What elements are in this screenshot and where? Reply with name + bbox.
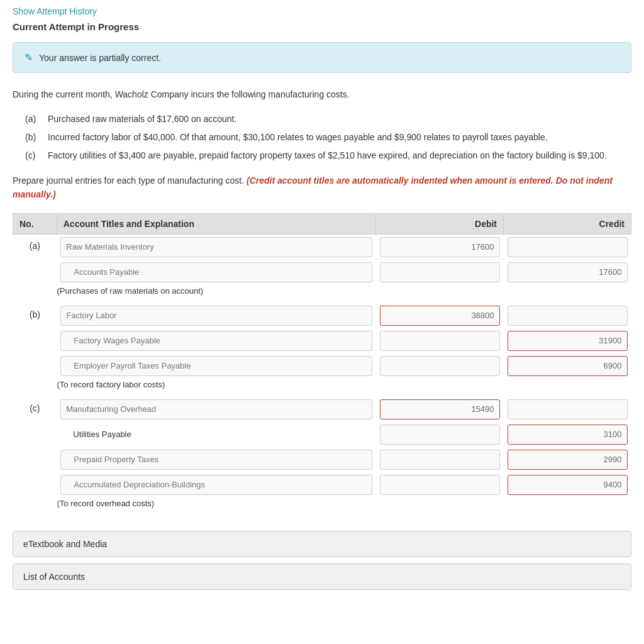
credit-input[interactable] <box>508 475 628 495</box>
problem-intro: During the current month, Wacholz Compan… <box>13 88 631 101</box>
debit-cell <box>376 328 504 353</box>
item-text-c: Factory utilities of $3,400 are payable,… <box>48 149 607 162</box>
credit-input[interactable] <box>508 356 628 376</box>
account-cell <box>57 472 375 497</box>
table-row <box>13 353 631 379</box>
section-label: (b) <box>13 303 57 328</box>
debit-input[interactable] <box>380 262 500 282</box>
debit-cell <box>376 472 504 497</box>
partial-correct-banner: ✎ Your answer is partially correct. <box>13 42 631 73</box>
item-label-a: (a) <box>25 113 48 126</box>
col-header-debit: Debit <box>376 213 504 234</box>
table-row: (b) <box>13 303 631 328</box>
item-text-b: Incurred factory labor of $40,000. Of th… <box>48 131 548 144</box>
list-item: (c) Factory utilities of $3,400 are paya… <box>25 149 631 162</box>
account-input[interactable] <box>60 237 372 257</box>
current-attempt-heading: Current Attempt in Progress <box>13 21 631 32</box>
section-label: (c) <box>13 397 57 422</box>
table-row <box>13 328 631 353</box>
table-row <box>13 260 631 285</box>
note-row: (To record factory labor costs) <box>13 379 631 397</box>
credit-cell <box>504 328 631 353</box>
account-cell <box>57 397 375 422</box>
debit-input[interactable] <box>380 306 500 326</box>
problem-list: (a) Purchased raw materials of $17,600 o… <box>25 113 631 162</box>
section-label: (a) <box>13 234 57 260</box>
show-attempt-history-link[interactable]: Show Attempt History <box>13 6 97 16</box>
list-item: (a) Purchased raw materials of $17,600 o… <box>25 113 631 126</box>
debit-cell <box>376 260 504 285</box>
section-label <box>13 422 57 447</box>
account-cell <box>57 234 375 260</box>
account-input-credit[interactable] <box>60 475 372 495</box>
instructions: Prepare journal entries for each type of… <box>13 174 631 202</box>
note-text: (To record factory labor costs) <box>13 379 631 397</box>
debit-input[interactable] <box>380 399 500 419</box>
credit-input[interactable] <box>508 399 628 419</box>
credit-input[interactable] <box>508 331 628 351</box>
note-row: (Purchases of raw materials on account) <box>13 285 631 303</box>
table-row: (a) <box>13 234 631 260</box>
etextbook-header: eTextbook and Media <box>13 531 631 557</box>
col-header-no: No. <box>13 213 57 234</box>
account-input-credit[interactable] <box>60 262 372 282</box>
account-cell <box>57 447 375 472</box>
account-input-credit[interactable] <box>60 450 372 470</box>
section-label <box>13 328 57 353</box>
debit-input[interactable] <box>380 331 500 351</box>
table-row: (c) <box>13 397 631 422</box>
col-header-credit: Credit <box>504 213 631 234</box>
credit-cell <box>504 422 631 447</box>
credit-cell <box>504 353 631 379</box>
credit-cell <box>504 447 631 472</box>
debit-input[interactable] <box>380 237 500 257</box>
debit-cell <box>376 397 504 422</box>
debit-cell <box>376 353 504 379</box>
credit-input[interactable] <box>508 262 628 282</box>
account-input-credit[interactable] <box>60 331 372 351</box>
account-cell <box>57 260 375 285</box>
etextbook-section[interactable]: eTextbook and Media <box>13 531 631 557</box>
table-row: Utilities Payable <box>13 422 631 447</box>
credit-cell <box>504 472 631 497</box>
debit-input[interactable] <box>380 356 500 376</box>
account-input[interactable] <box>60 306 372 326</box>
account-cell <box>57 353 375 379</box>
banner-message: Your answer is partially correct. <box>39 53 161 63</box>
credit-cell <box>504 260 631 285</box>
table-row <box>13 472 631 497</box>
section-label <box>13 447 57 472</box>
credit-input[interactable] <box>508 237 628 257</box>
item-text-a: Purchased raw materials of $17,600 on ac… <box>48 113 236 126</box>
account-cell: Utilities Payable <box>57 422 375 447</box>
credit-input[interactable] <box>508 306 628 326</box>
credit-input[interactable] <box>508 425 628 445</box>
debit-input[interactable] <box>380 425 500 445</box>
account-input-credit[interactable] <box>60 356 372 376</box>
debit-cell <box>376 422 504 447</box>
list-of-accounts-section[interactable]: List of Accounts <box>13 564 631 590</box>
debit-input[interactable] <box>380 475 500 495</box>
credit-input[interactable] <box>508 450 628 470</box>
section-label <box>13 472 57 497</box>
col-header-account: Account Titles and Explanation <box>57 213 375 234</box>
debit-cell <box>376 234 504 260</box>
account-input[interactable] <box>60 399 372 419</box>
credit-cell <box>504 234 631 260</box>
credit-cell <box>504 397 631 422</box>
list-item: (b) Incurred factory labor of $40,000. O… <box>25 131 631 144</box>
journal-table: No. Account Titles and Explanation Debit… <box>13 213 631 516</box>
item-label-b: (b) <box>25 131 48 144</box>
utilities-payable-text: Utilities Payable <box>60 425 372 445</box>
account-cell <box>57 328 375 353</box>
note-text: (Purchases of raw materials on account) <box>13 285 631 303</box>
note-row: (To record overhead costs) <box>13 497 631 516</box>
item-label-c: (c) <box>25 149 48 162</box>
list-of-accounts-header: List of Accounts <box>13 564 631 589</box>
credit-cell <box>504 303 631 328</box>
table-row <box>13 447 631 472</box>
pencil-icon: ✎ <box>25 52 33 64</box>
debit-input[interactable] <box>380 450 500 470</box>
debit-cell <box>376 447 504 472</box>
section-label <box>13 260 57 285</box>
